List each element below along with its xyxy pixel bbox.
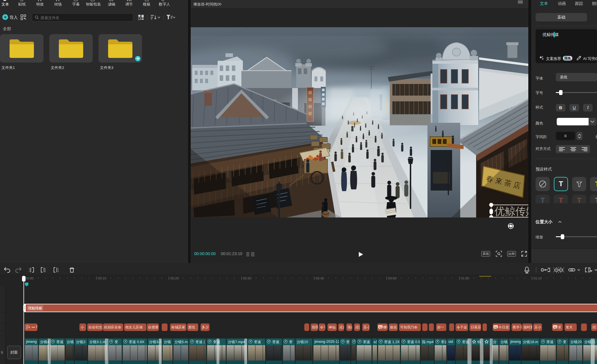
svg-text:Aa: Aa [379, 326, 382, 328]
svg-text:Aa: Aa [554, 326, 557, 328]
svg-text:00:40: 00:40 [316, 277, 324, 280]
svg-text:00:50: 00:50 [388, 277, 397, 280]
svg-text:优鲸传媒: 优鲸传媒 [494, 205, 528, 217]
svg-text:00:20: 00:20 [170, 277, 179, 280]
svg-text:00:10: 00:10 [98, 277, 106, 280]
svg-text:00:00: 00:00 [25, 277, 34, 280]
svg-text:00:30: 00:30 [243, 277, 252, 280]
svg-text:01:10: 01:10 [534, 277, 542, 280]
svg-text:01:00: 01:00 [461, 277, 469, 280]
svg-text:Aa: Aa [494, 326, 497, 328]
